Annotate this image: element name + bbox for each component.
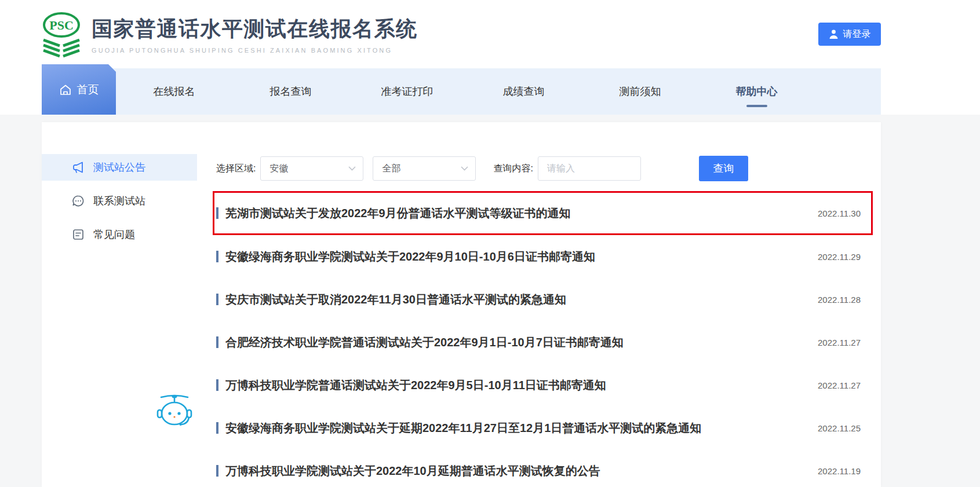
announcement-title[interactable]: 安庆市测试站关于取消2022年11月30日普通话水平测试的紧急通知 [225,292,804,307]
search-button[interactable]: 查询 [699,156,748,181]
announcement-row[interactable]: 合肥经济技术职业学院普通话测试站关于2022年9月1日-10月7日证书邮寄通知 … [216,321,861,364]
faq-icon [72,228,85,241]
megaphone-icon [72,161,85,174]
announcement-title[interactable]: 安徽绿海商务职业学院测试站关于2022年9月10日-10月6日证书邮寄通知 [225,249,804,265]
robot-mascot-icon[interactable] [155,392,194,428]
announcement-date: 2022.11.29 [818,252,861,262]
announcement-date: 2022.11.30 [818,208,861,218]
nav-item-online-registration[interactable]: 在线报名 [116,68,232,115]
region-filter-label: 选择区域: [216,163,256,175]
site-title: 国家普通话水平测试在线报名系统 [92,15,418,43]
nav-item-label: 帮助中心 [736,85,778,98]
content-card: 测试站公告 联系测试站 常见问题 [42,122,881,487]
announcement-title[interactable]: 万博科技职业学院测试站关于2022年10月延期普通话水平测试恢复的公告 [225,463,804,479]
announcement-row[interactable]: 万博科技职业学院普通话测试站关于2022年9月5日-10月11日证书邮寄通知 2… [216,364,861,407]
chevron-down-icon [461,166,468,171]
announcement-date: 2022.11.27 [818,380,861,390]
announcement-list: 芜湖市测试站关于发放2022年9月份普通话水平测试等级证书的通知 2022.11… [216,191,861,487]
announcement-title[interactable]: 合肥经济技术职业学院普通话测试站关于2022年9月1日-10月7日证书邮寄通知 [225,335,804,350]
filter-row: 选择区域: 安徽 全部 查询内容: 查询 [216,156,861,181]
login-button[interactable]: 请登录 [818,23,881,46]
nav-item-pretest-notice[interactable]: 测前须知 [582,68,698,115]
logo-text: PSC [49,18,74,32]
nav-item-label: 报名查询 [270,85,312,98]
chevron-down-icon [348,166,356,171]
title-marker [216,422,218,434]
search-input[interactable] [538,156,641,181]
announcement-row[interactable]: 安庆市测试站关于取消2022年11月30日普通话水平测试的紧急通知 2022.1… [216,278,861,321]
site-header: PSC 国家普通话水平测试在线报名系统 GUOJIA PUTONGHUA SHU… [0,0,980,68]
main-nav: 首页 在线报名 报名查询 准考证打印 成绩查询 测前须知 帮助中心 [42,68,881,115]
announcement-row[interactable]: 芜湖市测试站关于发放2022年9月份普通话水平测试等级证书的通知 2022.11… [213,191,873,235]
announcement-title[interactable]: 安徽绿海商务职业学院测试站关于延期2022年11月27日至12月1日普通话水平测… [225,420,804,436]
title-marker [216,336,218,348]
scope-select[interactable]: 全部 [373,156,476,181]
announcement-row[interactable]: 安徽绿海商务职业学院测试站关于延期2022年11月27日至12月1日普通话水平测… [216,407,861,449]
sidebar-item-label: 常见问题 [93,228,135,241]
nav-current-underline [746,105,767,107]
region-select-value: 安徽 [269,163,288,175]
title-marker [216,251,218,262]
announcement-row[interactable]: 万博科技职业学院测试站关于2022年10月延期普通话水平测试恢复的公告 2022… [216,449,861,487]
user-icon [829,29,839,39]
sidebar-item-faq[interactable]: 常见问题 [42,221,197,248]
sidebar-item-station-announcements[interactable]: 测试站公告 [42,154,197,181]
nav-item-home[interactable]: 首页 [42,64,116,115]
announcement-title[interactable]: 芜湖市测试站关于发放2022年9月份普通话水平测试等级证书的通知 [225,206,804,221]
region-select[interactable]: 安徽 [260,156,363,181]
nav-item-label: 首页 [77,82,99,97]
nav-item-label: 在线报名 [154,85,195,98]
home-icon [59,84,72,96]
announcement-date: 2022.11.27 [818,338,861,347]
announcement-date: 2022.11.28 [818,295,861,305]
announcement-row[interactable]: 安徽绿海商务职业学院测试站关于2022年9月10日-10月6日证书邮寄通知 20… [216,235,861,278]
page-body: 测试站公告 联系测试站 常见问题 [0,115,980,487]
sidebar-item-label: 联系测试站 [93,194,145,208]
content-filter-label: 查询内容: [493,163,533,175]
scope-select-value: 全部 [382,163,400,175]
nav-item-admission-ticket-print[interactable]: 准考证打印 [349,68,465,115]
nav-item-score-query[interactable]: 成绩查询 [465,68,582,115]
sidebar: 测试站公告 联系测试站 常见问题 [42,122,197,487]
nav-item-label: 测前须知 [620,85,661,98]
announcement-date: 2022.11.19 [818,466,861,476]
sidebar-item-contact-station[interactable]: 联系测试站 [42,188,197,214]
announcement-title[interactable]: 万博科技职业学院普通话测试站关于2022年9月5日-10月11日证书邮寄通知 [225,378,804,393]
title-marker [216,294,218,305]
announcement-date: 2022.11.25 [818,423,861,433]
nav-item-registration-query[interactable]: 报名查询 [232,68,349,115]
brand: PSC 国家普通话水平测试在线报名系统 GUOJIA PUTONGHUA SHU… [42,8,818,60]
chat-icon [72,195,85,207]
nav-item-label: 准考证打印 [381,85,433,98]
nav-item-help-center[interactable]: 帮助中心 [698,68,815,115]
sidebar-item-label: 测试站公告 [93,160,145,174]
nav-item-label: 成绩查询 [503,85,545,98]
announcement-panel: 选择区域: 安徽 全部 查询内容: 查询 [197,122,881,487]
psc-logo: PSC [42,12,81,60]
title-marker [216,379,218,391]
site-subtitle: GUOJIA PUTONGHUA SHUIPING CESHI ZAIXIAN … [92,47,418,54]
title-marker [216,465,218,477]
login-label: 请登录 [843,28,871,41]
title-marker [216,207,218,219]
